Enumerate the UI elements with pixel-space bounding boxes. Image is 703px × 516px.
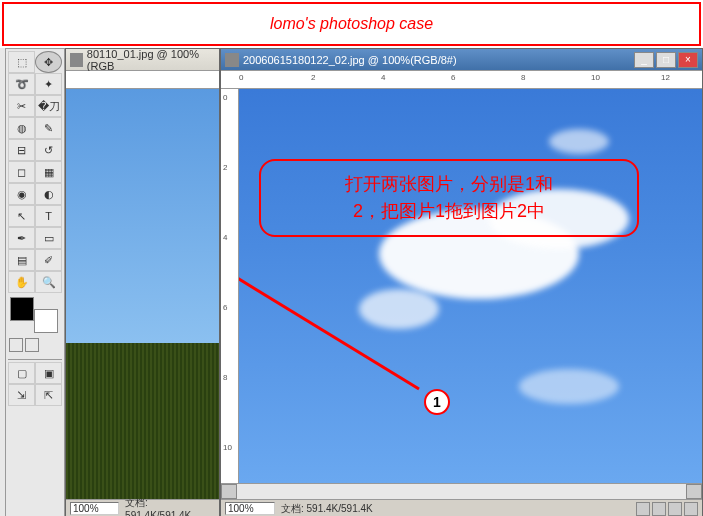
canvas-2[interactable]: 打开两张图片，分别是1和 2，把图片1拖到图片2中 1 2 (239, 89, 702, 483)
doc-icon (225, 53, 239, 67)
doc2-title: 20060615180122_02.jpg @ 100%(RGB/8#) (243, 54, 457, 66)
scrollbar-h[interactable] (221, 483, 702, 499)
doc1-title: 80110_01.jpg @ 100%(RGB (87, 48, 215, 72)
status-icons (636, 502, 698, 516)
window-buttons: _ □ × (634, 52, 698, 68)
lasso-tool[interactable]: ➰ (8, 73, 35, 95)
badge-1: 1 (424, 389, 450, 415)
color-swatch[interactable] (8, 297, 64, 333)
screen-modes: ▢ ▣ ⇲ ⇱ (8, 359, 62, 406)
rh-tick: 4 (381, 73, 385, 82)
rv-tick: 4 (223, 233, 227, 242)
canvas-1[interactable] (66, 89, 219, 499)
minimize-button[interactable]: _ (634, 52, 654, 68)
rv-tick: 0 (223, 93, 227, 102)
jump-to-1[interactable]: ⇲ (8, 384, 35, 406)
rh-tick: 6 (451, 73, 455, 82)
history-brush-tool[interactable]: ↺ (35, 139, 62, 161)
document-2: 20060615180122_02.jpg @ 100%(RGB/8#) _ □… (220, 48, 703, 516)
doc-icon (70, 53, 83, 67)
sb-icon[interactable] (684, 502, 698, 516)
notes-tool[interactable]: ▤ (8, 249, 35, 271)
crop-tool[interactable]: ✂ (8, 95, 35, 117)
blur-tool[interactable]: ◉ (8, 183, 35, 205)
status-1: 文档: 591.4K/591.4K (125, 496, 215, 516)
cloud (359, 289, 439, 329)
rh-tick: 10 (591, 73, 600, 82)
sb-icon[interactable] (668, 502, 682, 516)
ruler-h-1 (66, 71, 219, 89)
dodge-tool[interactable]: ◐ (35, 183, 62, 205)
rv-tick: 10 (223, 443, 232, 452)
eyedropper-tool[interactable]: ✐ (35, 249, 62, 271)
statusbar-1: 100% 文档: 591.4K/591.4K (66, 499, 219, 516)
callout-line1: 打开两张图片，分别是1和 (271, 171, 627, 198)
rv-tick: 6 (223, 303, 227, 312)
close-button[interactable]: × (678, 52, 698, 68)
zoom-2[interactable]: 100% (225, 502, 275, 515)
workspace: ⬚ ✥ ➰ ✦ ✂ �刀 ◍ ✎ ⊟ ↺ ◻ ▦ ◉ ◐ ↖ T (0, 48, 703, 516)
screen-mode-1[interactable]: ▢ (8, 362, 35, 384)
toolbox: ⬚ ✥ ➰ ✦ ✂ �刀 ◍ ✎ ⊟ ↺ ◻ ▦ ◉ ◐ ↖ T (5, 48, 65, 516)
document-area: 80110_01.jpg @ 100%(RGB 100% 文档: 591.4K/… (65, 48, 703, 516)
sky-clouds-image (239, 89, 702, 483)
rh-tick: 2 (311, 73, 315, 82)
background-color[interactable] (34, 309, 58, 333)
sb-icon[interactable] (636, 502, 650, 516)
instruction-callout: 打开两张图片，分别是1和 2，把图片1拖到图片2中 (259, 159, 639, 237)
scroll-track[interactable] (237, 484, 686, 499)
rv-tick: 2 (223, 163, 227, 172)
statusbar-2: 100% 文档: 591.4K/591.4K (221, 499, 702, 516)
brush-tool[interactable]: ✎ (35, 117, 62, 139)
banner-text: lomo's photoshop case (270, 15, 433, 33)
sb-icon[interactable] (652, 502, 666, 516)
titlebar-2[interactable]: 20060615180122_02.jpg @ 100%(RGB/8#) _ □… (221, 49, 702, 71)
quickmask-row (8, 337, 64, 355)
zoom-tool[interactable]: 🔍 (35, 271, 62, 293)
maximize-button[interactable]: □ (656, 52, 676, 68)
cloud (519, 369, 619, 404)
callout-line2: 2，把图片1拖到图片2中 (271, 198, 627, 225)
eraser-tool[interactable]: ◻ (8, 161, 35, 183)
wand-tool[interactable]: ✦ (35, 73, 62, 95)
content-1 (66, 89, 219, 499)
sky-image (66, 89, 219, 343)
hand-tool[interactable]: ✋ (8, 271, 35, 293)
field-image (66, 343, 219, 499)
content-2: 0 2 4 6 8 10 打开两张图片，分别 (221, 89, 702, 483)
path-tool[interactable]: ↖ (8, 205, 35, 227)
ruler-v-2: 0 2 4 6 8 10 (221, 89, 239, 483)
cloud (549, 129, 609, 154)
zoom-1[interactable]: 100% (70, 502, 119, 515)
marquee-tool[interactable]: ⬚ (8, 51, 35, 73)
banner: lomo's photoshop case (2, 2, 701, 46)
jump-to-2[interactable]: ⇱ (35, 384, 62, 406)
scroll-right-icon[interactable] (686, 484, 702, 499)
slice-tool[interactable]: �刀 (35, 95, 62, 117)
standard-mode-icon[interactable] (9, 338, 23, 352)
ruler-h-2: 0 2 4 6 8 10 12 (221, 71, 702, 89)
titlebar-1[interactable]: 80110_01.jpg @ 100%(RGB (66, 49, 219, 71)
rh-tick: 12 (661, 73, 670, 82)
heal-tool[interactable]: ◍ (8, 117, 35, 139)
move-tool[interactable]: ✥ (35, 51, 62, 73)
type-tool[interactable]: T (35, 205, 62, 227)
status-2: 文档: 591.4K/591.4K (281, 502, 373, 516)
gradient-tool[interactable]: ▦ (35, 161, 62, 183)
foreground-color[interactable] (10, 297, 34, 321)
stamp-tool[interactable]: ⊟ (8, 139, 35, 161)
quickmask-mode-icon[interactable] (25, 338, 39, 352)
document-1: 80110_01.jpg @ 100%(RGB 100% 文档: 591.4K/… (65, 48, 220, 516)
pen-tool[interactable]: ✒ (8, 227, 35, 249)
scroll-left-icon[interactable] (221, 484, 237, 499)
screen-mode-2[interactable]: ▣ (35, 362, 62, 384)
shape-tool[interactable]: ▭ (35, 227, 62, 249)
rv-tick: 8 (223, 373, 227, 382)
rh-tick: 8 (521, 73, 525, 82)
rh-tick: 0 (239, 73, 243, 82)
